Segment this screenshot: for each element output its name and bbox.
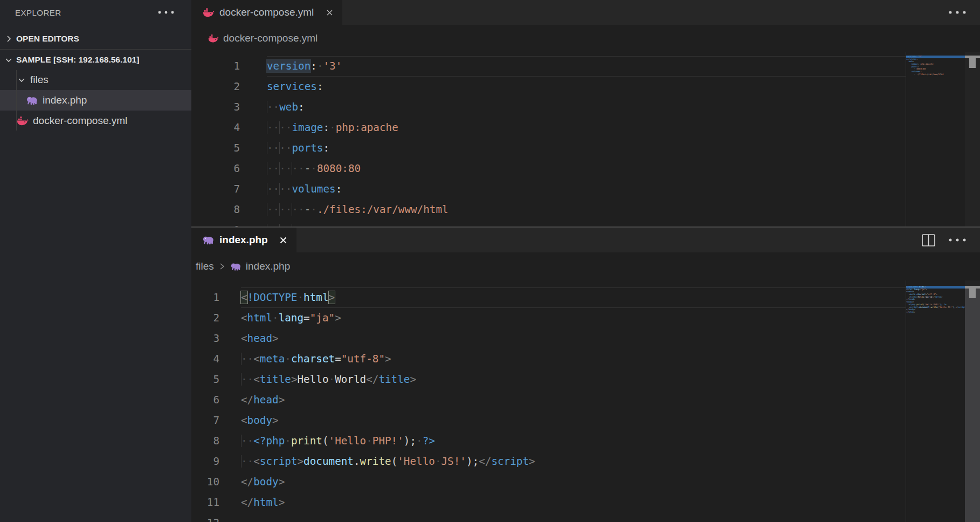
docker-whale-icon [202, 6, 215, 19]
code-line-content: </html> [241, 492, 906, 513]
more-actions-ellipsis-icon[interactable] [948, 237, 967, 243]
code-line-content: ····ports: [267, 138, 906, 159]
editor-group-top: docker-compose.yml [191, 0, 980, 226]
editor-php: 1<!DOCTYPE·html>2<html·lang="ja">3<head>… [191, 280, 980, 522]
chevron-down-icon [17, 75, 26, 84]
code-line-content: ······ [267, 220, 906, 226]
scrollbar-thumb[interactable] [969, 58, 976, 68]
tab-index-php[interactable]: index.php [191, 228, 296, 252]
code-line: 4··<meta·charset="utf-8"> [191, 349, 906, 369]
scrollbar-track[interactable] [965, 286, 980, 522]
explorer-header: EXPLORER [0, 0, 191, 25]
code-line-content: <!DOCTYPE·html> [241, 287, 906, 308]
sidebar-item-docker-compose[interactable]: docker-compose.yml [0, 111, 191, 131]
line-number: 6 [191, 390, 226, 410]
chevron-down-icon [4, 56, 13, 64]
code-line-content: </body> [241, 472, 906, 492]
minimap-line [906, 76, 965, 79]
folder-label: files [30, 74, 49, 86]
code-line-content: ······-·8080:80 [267, 159, 906, 179]
code-line-content: ··<script>document.write('Hello·JS!');</… [241, 451, 906, 472]
minimap[interactable]: <!DOCTYPE html><html lang="ja"><head> <m… [906, 280, 965, 522]
code-line: 12 [191, 513, 906, 522]
explorer-actions-ellipsis-icon[interactable] [157, 10, 175, 15]
sidebar-item-index-php[interactable]: index.php [0, 90, 191, 111]
code-line: 1version:·'3' [191, 56, 906, 77]
scrollbar[interactable] [965, 52, 980, 226]
tab-docker-compose[interactable]: docker-compose.yml [191, 0, 342, 25]
explorer-sidebar: EXPLORER OPEN EDITORS SAMPLE [SSH: 192.1… [0, 0, 191, 522]
close-icon[interactable] [323, 6, 336, 19]
line-number: 7 [191, 410, 226, 431]
line-number: 10 [191, 472, 226, 492]
code-line: 11</html> [191, 492, 906, 513]
code-line: 8······-·./files:/var/www/html [191, 200, 906, 220]
chevron-right-icon [218, 262, 226, 271]
editor-group-bottom: index.php files [191, 228, 980, 522]
close-icon[interactable] [277, 233, 290, 246]
code-line-content: <html·lang="ja"> [241, 308, 906, 328]
scrollbar-thumb[interactable] [969, 289, 976, 298]
code-line: 7····volumes: [191, 179, 906, 200]
line-number: 9 [191, 220, 248, 226]
line-number: 4 [191, 118, 248, 138]
code-line-content: ····image:·php:apache [267, 118, 906, 138]
docker-whale-icon [208, 33, 219, 44]
workspace-section-header[interactable]: SAMPLE [SSH: 192.168.56.101] [0, 49, 191, 70]
breadcrumb-item-file[interactable]: index.php [230, 260, 290, 272]
line-number: 5 [191, 138, 248, 159]
editor-actions-top [948, 0, 967, 25]
code-line-content: ··web: [267, 97, 906, 118]
line-number: 2 [191, 77, 248, 97]
breadcrumb-item-folder[interactable]: files [196, 260, 214, 272]
scrollbar[interactable] [965, 280, 980, 522]
code-line-content: ··<title>Hello·World</title> [241, 369, 906, 390]
code-line: 2<html·lang="ja"> [191, 308, 906, 328]
chevron-right-icon [4, 35, 13, 43]
editor-area: docker-compose.yml [191, 0, 980, 522]
vscode-window: EXPLORER OPEN EDITORS SAMPLE [SSH: 192.1… [0, 0, 980, 522]
code-line-content: ····volumes: [267, 179, 906, 200]
code-line: 1<!DOCTYPE·html> [191, 287, 906, 308]
explorer-title: EXPLORER [15, 8, 61, 17]
code-line-content: </head> [241, 390, 906, 410]
minimap-line [906, 314, 965, 317]
sidebar-item-files-folder[interactable]: files [0, 70, 191, 90]
split-editor-icon[interactable] [921, 233, 936, 247]
breadcrumb-item-file[interactable]: docker-compose.yml [208, 32, 318, 44]
tree-indent-guide [16, 70, 17, 130]
code-line: 6</head> [191, 390, 906, 410]
minimap[interactable]: version: '3'services: web: image: php:ap… [906, 52, 965, 226]
code-area[interactable]: 1<!DOCTYPE·html>2<html·lang="ja">3<head>… [191, 280, 906, 522]
code-line: 3<head> [191, 328, 906, 349]
file-label: docker-compose.yml [33, 115, 127, 127]
php-elephant-icon [230, 261, 241, 272]
code-line: 9······ [191, 220, 906, 226]
line-number: 7 [191, 179, 248, 200]
tabbar-top: docker-compose.yml [191, 0, 980, 25]
breadcrumb: files [191, 252, 980, 280]
code-line: 2services: [191, 77, 906, 97]
open-editors-section-header[interactable]: OPEN EDITORS [0, 29, 191, 49]
editor-yaml: 1version:·'3'2services:3··web:4····image… [191, 52, 980, 226]
code-line: 7<body> [191, 410, 906, 431]
more-actions-ellipsis-icon[interactable] [948, 10, 967, 15]
php-elephant-icon [202, 234, 215, 246]
line-number: 1 [191, 287, 226, 308]
code-line-content: ······-·./files:/var/www/html [267, 200, 906, 220]
code-line: 5····ports: [191, 138, 906, 159]
line-number: 11 [191, 492, 226, 513]
code-line-content: ··<meta·charset="utf-8"> [241, 349, 906, 369]
line-number: 1 [191, 56, 248, 77]
code-line: 8··<?php·print('Hello·PHP!');·?> [191, 431, 906, 451]
line-number: 5 [191, 369, 226, 390]
code-line: 10</body> [191, 472, 906, 492]
line-number: 3 [191, 97, 248, 118]
code-line: 6······-·8080:80 [191, 159, 906, 179]
code-area[interactable]: 1version:·'3'2services:3··web:4····image… [191, 52, 906, 226]
code-line-content: <body> [241, 410, 906, 431]
line-number: 9 [191, 451, 226, 472]
breadcrumb-label: files [196, 260, 214, 272]
line-number: 3 [191, 328, 226, 349]
line-number: 6 [191, 159, 248, 179]
